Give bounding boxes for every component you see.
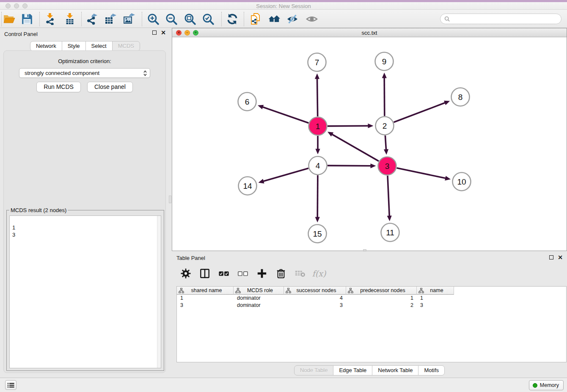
horizontal-splitter-grip[interactable] [363, 249, 366, 251]
node-3[interactable]: 3 [378, 157, 396, 175]
open-folder-button[interactable] [3, 12, 16, 26]
table-panel-header: Table Panel ✕ [172, 253, 567, 264]
vertical-splitter-grip[interactable] [169, 196, 171, 203]
network-canvas[interactable]: 7968124314101511 [172, 37, 567, 251]
home-pair-button[interactable] [268, 12, 281, 26]
tab-mcds[interactable]: MCDS [112, 41, 140, 51]
edge-1-6[interactable] [262, 107, 308, 123]
edge-3-11[interactable] [388, 176, 389, 217]
table-cell[interactable]: 2 [346, 302, 417, 309]
column-header-name[interactable]: name [417, 287, 454, 295]
edge-2-9[interactable] [384, 77, 385, 116]
table-cell[interactable]: dominator [234, 302, 284, 309]
save-button[interactable] [21, 12, 33, 26]
node-label: 7 [315, 58, 319, 67]
edge-3-10[interactable] [397, 168, 446, 179]
column-header-MCDS-role[interactable]: MCDS role [234, 287, 284, 295]
zoom-in-button[interactable] [147, 12, 160, 26]
result-scrollbar[interactable] [157, 216, 161, 368]
tab-select[interactable]: Select [85, 41, 113, 51]
import-table-button[interactable] [63, 12, 76, 26]
edge-4-3[interactable] [328, 166, 372, 166]
delete-column-button[interactable] [275, 268, 287, 279]
tab-style[interactable]: Style [62, 41, 86, 51]
select-all-checkboxes-button[interactable] [218, 268, 230, 279]
import-network-button[interactable] [44, 12, 56, 26]
node-1[interactable]: 1 [309, 117, 327, 135]
table-cell[interactable]: dominator [234, 295, 284, 302]
table-cell[interactable]: 3 [177, 302, 234, 309]
app-titlebar: Session: New Session [0, 2, 567, 10]
toolbar-separator [221, 12, 222, 26]
table-toolbar: f(x) [176, 265, 562, 282]
split-columns-button[interactable] [199, 268, 211, 279]
edge-2-8[interactable] [394, 102, 446, 122]
table-cell[interactable]: 3 [417, 302, 454, 309]
tab-network-table[interactable]: Network Table [372, 365, 418, 375]
table-cell[interactable]: 4 [284, 295, 346, 302]
show-hidden-icon [306, 13, 318, 25]
node-10[interactable]: 10 [453, 173, 471, 191]
node-4[interactable]: 4 [309, 157, 327, 175]
search-input[interactable] [440, 14, 561, 24]
close-panel-button[interactable]: Close panel [87, 82, 133, 92]
export-image-button[interactable] [123, 12, 136, 26]
zoom-selected-button[interactable] [202, 12, 215, 26]
close-panel-icon[interactable]: ✕ [161, 30, 166, 35]
node-9[interactable]: 9 [375, 52, 394, 71]
edge-4-14[interactable] [263, 168, 308, 181]
control-panel: Control Panel ✕ NetworkStyleSelectMCDS O… [0, 28, 170, 378]
memory-button[interactable]: Memory [529, 380, 564, 390]
table-cell[interactable]: 1 [177, 295, 234, 302]
edge-2-3[interactable] [385, 135, 386, 150]
node-label: 10 [457, 177, 466, 186]
node-7[interactable]: 7 [308, 53, 326, 72]
tab-network[interactable]: Network [30, 41, 62, 51]
zoom-out-button[interactable] [165, 12, 178, 26]
node-14[interactable]: 14 [239, 177, 257, 195]
run-mcds-button[interactable]: Run MCDS [36, 82, 81, 92]
tab-motifs[interactable]: Motifs [418, 365, 445, 375]
export-table-button[interactable] [105, 12, 117, 26]
table-cell[interactable]: 3 [284, 302, 346, 309]
zoom-fit-icon [184, 13, 196, 25]
node-8[interactable]: 8 [451, 88, 470, 106]
duplicate-network-button[interactable] [249, 12, 262, 26]
column-header-predecessor-nodes[interactable]: predecessor nodes [346, 287, 417, 295]
delete-column-icon [276, 268, 286, 279]
float-table-panel-icon[interactable] [549, 255, 553, 259]
gear-button[interactable] [180, 268, 192, 279]
criterion-dropdown[interactable]: strongly connected component [19, 68, 150, 78]
table-row[interactable]: 3dominator323 [177, 302, 566, 309]
edge-3-1[interactable] [332, 134, 379, 161]
tab-edge-table[interactable]: Edge Table [333, 365, 372, 375]
node-2[interactable]: 2 [376, 117, 394, 135]
column-header-successor-nodes[interactable]: successor nodes [284, 287, 346, 295]
edge-1-7[interactable] [317, 78, 318, 117]
zoom-fit-button[interactable] [184, 12, 196, 26]
edge-4-15[interactable] [317, 175, 318, 218]
mcds-result-list[interactable]: 1 3 [9, 215, 161, 368]
node-6[interactable]: 6 [238, 93, 256, 111]
column-header-shared-name[interactable]: shared name [177, 287, 234, 295]
deselect-all-checkboxes-button[interactable] [237, 268, 249, 279]
table-row[interactable]: 1dominator411 [177, 295, 566, 302]
float-panel-icon[interactable] [152, 30, 157, 35]
table-cell[interactable]: 1 [417, 295, 454, 302]
export-network-button[interactable] [86, 12, 99, 26]
export-image-icon [124, 13, 135, 25]
table-cell[interactable]: 1 [346, 295, 417, 302]
control-panel-title: Control Panel [4, 31, 38, 37]
close-table-panel-icon[interactable]: ✕ [558, 255, 563, 259]
task-history-button[interactable] [5, 380, 17, 390]
refresh-button[interactable] [226, 12, 239, 26]
node-11[interactable]: 11 [381, 224, 399, 242]
node-table[interactable]: shared nameMCDS rolesuccessor nodesprede… [176, 286, 567, 362]
show-hidden-button[interactable] [306, 12, 318, 26]
add-column-button[interactable] [256, 268, 268, 279]
tab-node-table[interactable]: Node Table [294, 365, 334, 375]
edge-1-2[interactable] [328, 126, 369, 126]
network-window-titlebar[interactable]: ✕ − + scc.txt [172, 28, 567, 37]
node-15[interactable]: 15 [308, 225, 327, 243]
toggle-visibility-button[interactable] [286, 12, 299, 26]
